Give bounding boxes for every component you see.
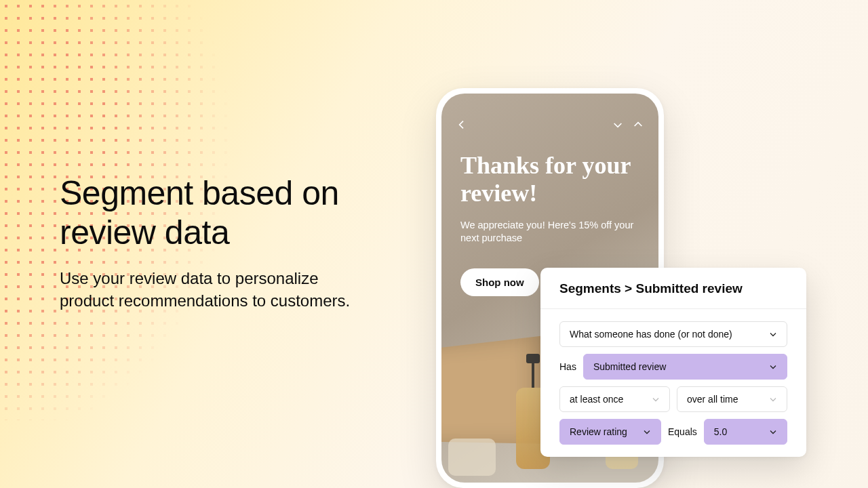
timeframe-select[interactable]: over all time bbox=[677, 386, 787, 412]
event-value: Submitted review bbox=[593, 361, 666, 372]
marketing-copy: Segment based on review data Use your re… bbox=[60, 174, 351, 312]
timeframe-value: over all time bbox=[687, 394, 738, 405]
chevron-down-icon bbox=[769, 363, 777, 371]
chevron-down-icon[interactable] bbox=[612, 119, 623, 130]
has-label: Has bbox=[559, 361, 576, 372]
chevron-down-icon bbox=[769, 395, 777, 403]
condition-type-select[interactable]: What someone has done (or not done) bbox=[559, 321, 787, 347]
rating-value: 5.0 bbox=[714, 426, 727, 437]
chevron-down-icon bbox=[769, 428, 777, 436]
chevron-down-icon bbox=[769, 330, 777, 338]
email-topbar bbox=[441, 119, 658, 130]
headline: Segment based on review data bbox=[60, 174, 351, 252]
email-header: Thanks for your review! We appreciate yo… bbox=[460, 152, 639, 245]
email-subtitle: We appreciate you! Here's 15% off your n… bbox=[460, 219, 639, 245]
back-icon[interactable] bbox=[456, 119, 467, 130]
attribute-select[interactable]: Review rating bbox=[559, 419, 661, 445]
subheadline: Use your review data to personalize prod… bbox=[60, 267, 351, 312]
attribute-value: Review rating bbox=[570, 426, 627, 437]
event-select[interactable]: Submitted review bbox=[583, 354, 787, 380]
condition-type-label: What someone has done (or not done) bbox=[570, 329, 732, 340]
chevron-down-icon bbox=[652, 395, 660, 403]
chevron-down-icon bbox=[643, 428, 651, 436]
panel-breadcrumb: Segments > Submitted review bbox=[540, 268, 806, 309]
frequency-value: at least once bbox=[570, 394, 623, 405]
shop-now-button[interactable]: Shop now bbox=[460, 268, 539, 296]
segment-panel: Segments > Submitted review What someone… bbox=[540, 268, 806, 457]
frequency-select[interactable]: at least once bbox=[559, 386, 670, 412]
chevron-up-icon[interactable] bbox=[633, 119, 644, 130]
operator-label: Equals bbox=[668, 426, 697, 437]
email-title: Thanks for your review! bbox=[460, 152, 639, 208]
value-select[interactable]: 5.0 bbox=[704, 419, 787, 445]
